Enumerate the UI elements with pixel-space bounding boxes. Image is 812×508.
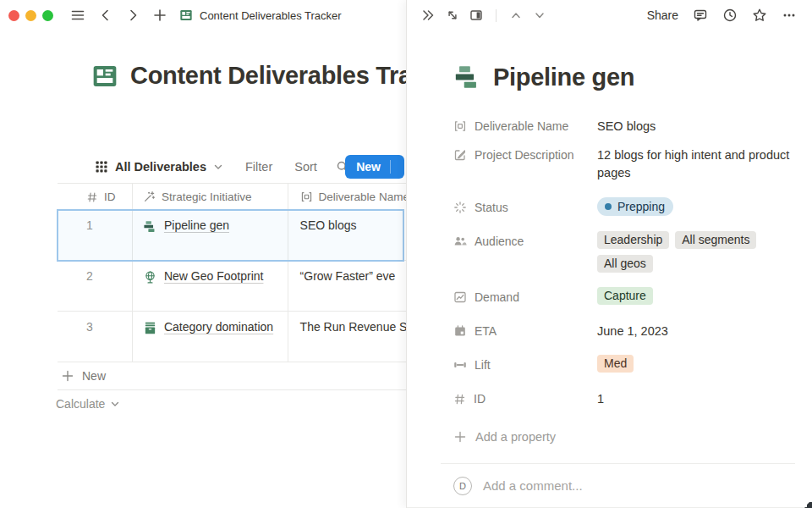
close-peek-icon[interactable]	[420, 8, 436, 23]
property-row-lift: Lift Med	[453, 352, 795, 386]
previous-page-icon[interactable]	[509, 8, 523, 22]
mouse-cursor	[802, 499, 812, 508]
property-label[interactable]: Project Description	[453, 142, 597, 168]
hash-icon	[453, 393, 466, 406]
calendar-icon	[453, 324, 467, 338]
cell-initiative[interactable]: New Geo Footprint	[133, 261, 288, 311]
page-heading: Content Deliverables Tracker	[91, 62, 406, 90]
side-peek-mode-icon[interactable]	[469, 8, 483, 22]
close-button[interactable]	[8, 10, 19, 21]
property-row-project-description: Project Description 12 blogs for high in…	[453, 142, 795, 195]
new-dropdown-icon[interactable]	[391, 161, 404, 173]
expand-page-icon[interactable]	[446, 8, 459, 22]
people-icon	[453, 235, 467, 248]
bar-chart-icon	[143, 219, 157, 234]
page-link[interactable]: Pipeline gen	[164, 218, 229, 232]
property-label[interactable]: ETA	[453, 318, 597, 344]
back-icon[interactable]	[98, 8, 113, 23]
page-link[interactable]: Category domination	[164, 320, 273, 334]
property-row-id: ID 1	[453, 386, 795, 420]
property-value[interactable]: 1	[597, 386, 795, 408]
cell-initiative[interactable]: Pipeline gen	[133, 210, 288, 260]
dumbbell-icon	[453, 358, 467, 372]
property-row-audience: Audience Leadership All segments All geo…	[453, 229, 795, 284]
property-value[interactable]: SEO blogs	[597, 113, 795, 135]
database-page-icon	[179, 8, 193, 22]
status-tag[interactable]: Prepping	[597, 197, 673, 216]
favorite-star-icon[interactable]	[752, 8, 767, 23]
sort-button[interactable]: Sort	[294, 160, 317, 174]
minimize-button[interactable]	[25, 10, 36, 21]
cell-initiative[interactable]: Category domination	[133, 312, 288, 362]
edit-pencil-icon	[453, 148, 467, 162]
updates-clock-icon[interactable]	[722, 8, 738, 23]
next-page-icon[interactable]	[533, 8, 546, 22]
property-label[interactable]: Lift	[453, 352, 597, 378]
add-property-button[interactable]: Add a property	[453, 420, 795, 454]
side-peek-panel: Share Pipeline gen	[406, 0, 812, 508]
more-icon[interactable]	[782, 8, 797, 23]
property-value[interactable]: Prepping	[597, 195, 795, 216]
side-peek-toolbar: Share	[407, 0, 812, 30]
main-window: Content Deliverables Tracker Content Del…	[0, 0, 406, 508]
line-chart-icon	[453, 290, 467, 304]
chevron-down-icon	[110, 399, 120, 409]
page-link[interactable]: New Geo Footprint	[164, 269, 264, 283]
comments-icon[interactable]	[693, 8, 708, 23]
column-header-deliverable[interactable]: Deliverable Name	[288, 184, 406, 210]
cell-deliverable[interactable]: The Run Revenue S	[288, 312, 406, 362]
comment-composer[interactable]: D Add a comment...	[453, 464, 795, 507]
property-value[interactable]: Med	[597, 352, 795, 373]
page-title[interactable]: Content Deliverables Tracker	[130, 62, 406, 90]
wand-icon	[143, 190, 156, 203]
table-new-row-button[interactable]: New	[58, 362, 406, 390]
new-tab-icon[interactable]	[152, 8, 167, 23]
property-row-eta: ETA June 1, 2023	[453, 318, 795, 352]
property-label[interactable]: Status	[453, 195, 597, 220]
property-value[interactable]: June 1, 2023	[597, 318, 795, 340]
cell-id[interactable]: 1	[58, 210, 133, 260]
peek-page-heading: Pipeline gen	[453, 63, 795, 91]
cell-id[interactable]: 2	[58, 261, 133, 311]
filter-button[interactable]: Filter	[245, 160, 272, 174]
property-value[interactable]: Leadership All segments All geos	[597, 229, 795, 273]
property-label[interactable]: ID	[453, 386, 597, 411]
property-label[interactable]: Audience	[453, 229, 597, 254]
comment-input[interactable]: Add a comment...	[483, 478, 583, 493]
view-switcher[interactable]: All Deliverables	[95, 160, 223, 174]
fullscreen-button[interactable]	[42, 10, 53, 21]
property-label[interactable]: Deliverable Name	[453, 113, 597, 139]
demand-tag[interactable]: Capture	[597, 287, 653, 305]
lift-tag[interactable]: Med	[597, 355, 634, 373]
peek-page-title[interactable]: Pipeline gen	[493, 64, 634, 91]
window-doc-title[interactable]: Content Deliverables Tracker	[200, 9, 342, 22]
window-titlebar: Content Deliverables Tracker	[0, 0, 406, 30]
property-list: Deliverable Name SEO blogs Project Descr…	[453, 113, 795, 454]
calculate-button[interactable]: Calculate	[56, 390, 120, 417]
status-spinner-icon	[453, 201, 467, 214]
forward-icon[interactable]	[125, 8, 140, 23]
property-value[interactable]: 12 blogs for high intent and product pag…	[597, 142, 795, 182]
deliverables-table: ID Strategic Initiative Deliverable Name…	[58, 183, 406, 390]
audience-tag[interactable]: All segments	[675, 231, 756, 249]
table-row: 2 New Geo Footprint “Grow Faster” eve	[58, 261, 406, 312]
plus-icon	[453, 430, 467, 444]
view-name: All Deliverables	[115, 160, 206, 174]
column-header-initiative[interactable]: Strategic Initiative	[133, 184, 288, 210]
property-label[interactable]: Demand	[453, 284, 597, 310]
cell-deliverable[interactable]: “Grow Faster” eve	[288, 261, 406, 311]
cell-id[interactable]: 3	[58, 312, 133, 362]
new-button-label: New	[345, 160, 390, 174]
column-header-id[interactable]: ID	[58, 184, 133, 210]
table-view-icon	[95, 160, 108, 174]
cell-deliverable[interactable]: SEO blogs	[288, 210, 406, 260]
title-property-icon	[453, 119, 467, 133]
new-button[interactable]: New	[345, 155, 404, 179]
property-value[interactable]: Capture	[597, 284, 795, 305]
bar-chart-icon	[453, 63, 482, 91]
share-button[interactable]: Share	[647, 8, 678, 22]
audience-tag[interactable]: All geos	[597, 255, 653, 273]
toolbar-divider	[496, 9, 497, 22]
audience-tag[interactable]: Leadership	[597, 231, 669, 249]
sidebar-menu-icon[interactable]	[69, 7, 86, 24]
